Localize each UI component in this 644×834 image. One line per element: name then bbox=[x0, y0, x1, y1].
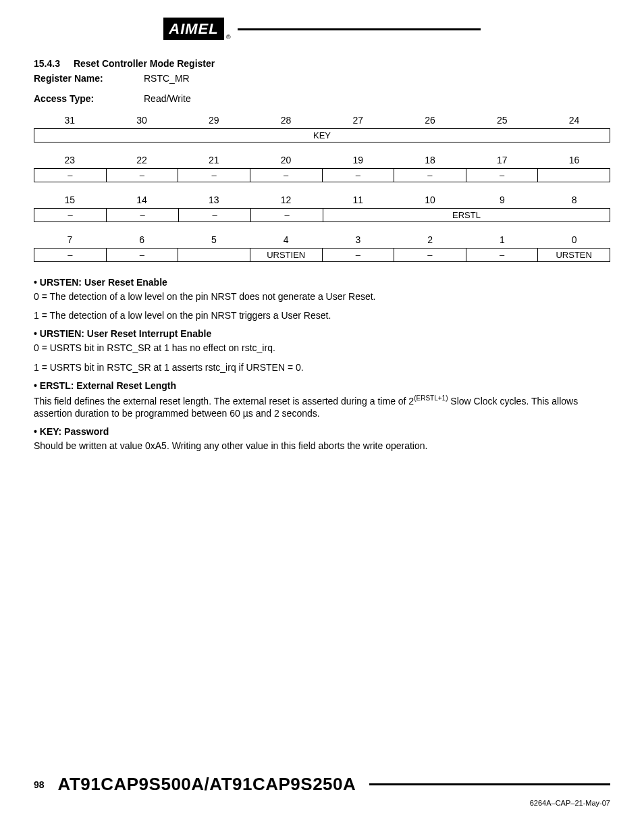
key-para: Should be written at value 0xA5. Writing… bbox=[34, 440, 610, 452]
bit-number: 16 bbox=[538, 152, 610, 168]
bit-field: – bbox=[34, 168, 107, 182]
part-title: AT91CAP9S500A/AT91CAP9S250A bbox=[58, 774, 356, 795]
page-number: 98 bbox=[34, 779, 45, 790]
bit-field: – bbox=[251, 208, 323, 222]
bitfield-table: 3130292827262524KEY2322212019181716–––––… bbox=[34, 112, 610, 262]
header-rule bbox=[238, 28, 481, 30]
bit-number: 7 bbox=[34, 232, 106, 248]
bit-field: URSTIEN bbox=[250, 248, 323, 262]
bit-field: – bbox=[107, 248, 179, 262]
bit-number: 25 bbox=[466, 112, 539, 128]
bit-number: 0 bbox=[538, 232, 610, 248]
bit-field: – bbox=[323, 168, 395, 182]
register-name-label: Register Name: bbox=[34, 73, 125, 84]
bit-field: ERSTL bbox=[323, 208, 610, 222]
bit-number-row: 2322212019181716 bbox=[34, 152, 610, 168]
bit-field: KEY bbox=[34, 128, 610, 142]
bit-number: 31 bbox=[34, 112, 106, 128]
bit-field-row: KEY bbox=[34, 128, 610, 142]
bit-field: – bbox=[394, 248, 466, 262]
ursten-line-1: 1 = The detection of a low level on the … bbox=[34, 309, 610, 321]
bit-field: – bbox=[250, 168, 323, 182]
section-heading: 15.4.3 Reset Controller Mode Register bbox=[34, 58, 610, 69]
bit-number-row: 15141312111098 bbox=[34, 192, 610, 208]
register-name-row: Register Name: RSTC_MR bbox=[34, 73, 610, 84]
footer-rule bbox=[369, 783, 610, 785]
erstl-heading: ERSTL: External Reset Length bbox=[34, 380, 610, 391]
bit-field: – bbox=[107, 208, 179, 222]
bit-field: URSTEN bbox=[538, 248, 610, 262]
ursten-line-0: 0 = The detection of a low level on the … bbox=[34, 290, 610, 303]
bit-number: 2 bbox=[394, 232, 466, 248]
bit-number-row: 3130292827262524 bbox=[34, 112, 610, 128]
bit-number: 28 bbox=[250, 112, 322, 128]
bit-number: 10 bbox=[394, 192, 466, 208]
bit-number: 30 bbox=[106, 112, 178, 128]
bit-number-row: 76543210 bbox=[34, 232, 610, 248]
bit-number: 24 bbox=[538, 112, 610, 128]
section-title: Reset Controller Mode Register bbox=[74, 58, 215, 69]
bit-number: 20 bbox=[250, 152, 322, 168]
erstl-para: This field defines the external reset le… bbox=[34, 394, 610, 419]
bit-field bbox=[538, 168, 610, 182]
access-type-label: Access Type: bbox=[34, 93, 125, 104]
bit-number: 4 bbox=[250, 232, 322, 248]
urstien-line-1: 1 = USRTS bit in RSTC_SR at 1 asserts rs… bbox=[34, 361, 610, 373]
bit-number: 3 bbox=[322, 232, 394, 248]
bit-number: 6 bbox=[106, 232, 178, 248]
page-header: AIMEL ® bbox=[34, 20, 610, 38]
urstien-heading: URSTIEN: User Reset Interrupt Enable bbox=[34, 328, 610, 339]
atmel-logo: AIMEL bbox=[163, 18, 223, 40]
bit-field: – bbox=[107, 168, 179, 182]
bit-number: 9 bbox=[466, 192, 539, 208]
bit-number: 14 bbox=[106, 192, 178, 208]
bit-field: – bbox=[394, 168, 466, 182]
bit-number: 8 bbox=[538, 192, 610, 208]
bit-field: – bbox=[179, 208, 251, 222]
bit-number: 19 bbox=[322, 152, 394, 168]
urstien-line-0: 0 = USRTS bit in RSTC_SR at 1 has no eff… bbox=[34, 342, 610, 354]
bit-field-row: ––––––– bbox=[34, 168, 610, 182]
bit-field: – bbox=[466, 168, 539, 182]
bit-number: 29 bbox=[178, 112, 250, 128]
doc-id: 6264A–CAP–21-May-07 bbox=[34, 799, 610, 807]
bit-number: 11 bbox=[322, 192, 394, 208]
bit-number: 26 bbox=[394, 112, 466, 128]
bit-number: 15 bbox=[34, 192, 106, 208]
register-name-value: RSTC_MR bbox=[144, 73, 190, 84]
page: AIMEL ® 15.4.3 Reset Controller Mode Reg… bbox=[0, 0, 644, 834]
erstl-superscript: (ERSTL+1) bbox=[414, 394, 448, 402]
erstl-text-a: This field defines the external reset le… bbox=[34, 395, 414, 406]
bit-number: 27 bbox=[322, 112, 394, 128]
bit-field-row: ––URSTIEN–––URSTEN bbox=[34, 248, 610, 262]
bit-number: 13 bbox=[178, 192, 250, 208]
bit-field-row: ––––ERSTL bbox=[34, 208, 610, 222]
page-footer: 98 AT91CAP9S500A/AT91CAP9S250A 6264A–CAP… bbox=[34, 774, 610, 807]
bit-field: – bbox=[34, 208, 107, 222]
description-block: URSTEN: User Reset Enable 0 = The detect… bbox=[34, 277, 610, 452]
bit-number: 23 bbox=[34, 152, 106, 168]
bit-number: 1 bbox=[466, 232, 539, 248]
section-number: 15.4.3 bbox=[34, 58, 60, 69]
bit-number: 17 bbox=[466, 152, 539, 168]
bit-field: – bbox=[466, 248, 539, 262]
key-heading: KEY: Password bbox=[34, 426, 610, 437]
ursten-heading: URSTEN: User Reset Enable bbox=[34, 277, 610, 288]
bit-field: – bbox=[323, 248, 395, 262]
access-type-row: Access Type: Read/Write bbox=[34, 93, 610, 104]
logo-wrap: AIMEL ® bbox=[163, 20, 223, 38]
registered-icon: ® bbox=[226, 34, 231, 41]
footer-main: 98 AT91CAP9S500A/AT91CAP9S250A bbox=[34, 774, 610, 795]
bit-number: 5 bbox=[178, 232, 250, 248]
bit-field: – bbox=[34, 248, 107, 262]
access-type-value: Read/Write bbox=[144, 93, 191, 104]
bit-field bbox=[178, 248, 250, 262]
bit-field: – bbox=[178, 168, 250, 182]
bit-number: 21 bbox=[178, 152, 250, 168]
bit-number: 12 bbox=[250, 192, 322, 208]
bit-number: 22 bbox=[106, 152, 178, 168]
bit-number: 18 bbox=[394, 152, 466, 168]
